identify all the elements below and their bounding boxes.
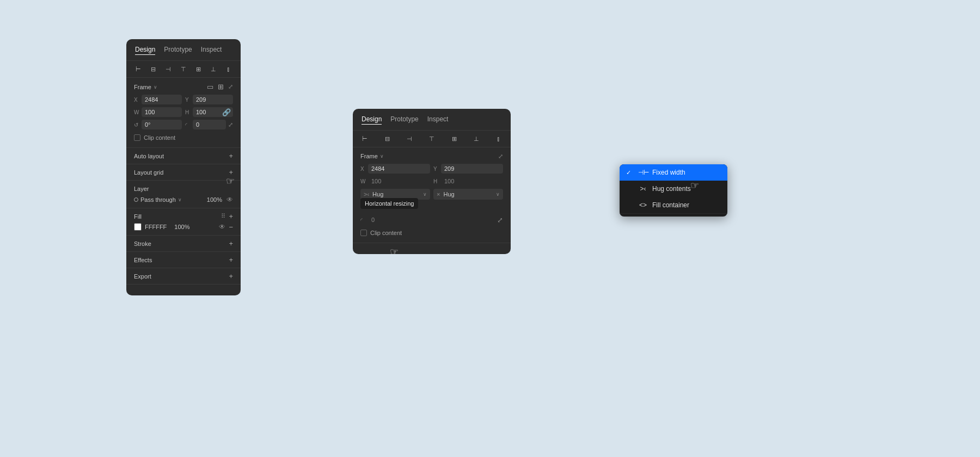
hug-v-icon: ×	[437, 191, 440, 197]
tab-prototype-center[interactable]: Prototype	[390, 115, 418, 125]
rotation-row-center: ↺ ◜	[360, 202, 503, 212]
align-right-icon-c[interactable]: ⊣	[405, 135, 414, 143]
layout-grid-section-left: Layout grid +	[126, 164, 241, 181]
hug-v-chevron: ∨	[496, 192, 500, 197]
hug-h-select[interactable]: >‹ Hug ∨	[360, 189, 430, 200]
center-panel-tabs: Design Prototype Inspect	[353, 109, 511, 131]
fill-grid-icon[interactable]: ⠿	[221, 213, 225, 220]
h-label-left: H	[185, 109, 191, 115]
rotation-row-left: ↺ ◜ ⤢	[134, 120, 233, 129]
corner-input-center[interactable]	[368, 215, 430, 225]
hug-contents-icon: >‹	[638, 185, 648, 193]
dropdown-item-fill-container[interactable]: <> Fill container	[620, 197, 727, 213]
fill-add-icon[interactable]: +	[229, 213, 233, 220]
layer-opacity-left[interactable]: 100%	[207, 196, 222, 203]
hug-h-text: Hug	[372, 191, 421, 197]
layer-title-left: Layer	[134, 186, 149, 192]
corner-resize-c[interactable]: ⤢	[497, 216, 503, 224]
frame-device-icon[interactable]: ▭	[207, 83, 213, 90]
fill-pct-left[interactable]: 100%	[174, 224, 189, 230]
w-input-center[interactable]	[368, 176, 430, 186]
align-bottom-icon-c[interactable]: ⊥	[472, 135, 481, 143]
fill-container-label: Fill container	[652, 201, 721, 209]
rotation-area-center: ↺ ◜ Horizontal resizing ◜ ⤢	[360, 202, 503, 225]
frame-layout-icon[interactable]: ⊞	[218, 83, 224, 90]
x-input-center[interactable]	[368, 164, 430, 174]
frame-chevron-center[interactable]: ∨	[380, 153, 384, 159]
align-center-h-icon-c[interactable]: ⊟	[383, 135, 391, 143]
layer-dot-left	[134, 197, 138, 202]
frame-title-left: Frame ∨	[134, 84, 157, 90]
tab-inspect-center[interactable]: Inspect	[427, 115, 449, 125]
layout-grid-add-icon[interactable]: +	[229, 169, 233, 176]
h-input-center[interactable]	[441, 176, 503, 186]
distribute-icon-c[interactable]: ⫿	[494, 135, 503, 143]
hug-v-select[interactable]: × Hug ∨	[433, 189, 503, 200]
stroke-label-left: Stroke	[134, 240, 151, 247]
align-bottom-icon[interactable]: ⊥	[209, 65, 218, 73]
frame-label-center: Frame	[360, 153, 378, 159]
w-label-center: W	[360, 178, 366, 184]
align-center-v-icon-c[interactable]: ⊞	[450, 135, 458, 143]
fill-eye-icon[interactable]: 👁	[219, 223, 225, 231]
corner-input-left[interactable]	[193, 120, 226, 129]
frame-title-center: Frame ∨	[360, 153, 384, 159]
x-input-left[interactable]	[142, 95, 182, 104]
fill-swatch-left[interactable]	[134, 223, 142, 231]
dropdown-item-fixed-width[interactable]: ✓ ⊣⊢ Fixed width	[620, 164, 727, 181]
align-left-icon-c[interactable]: ⊢	[360, 135, 369, 143]
auto-layout-label-left: Auto layout	[134, 153, 164, 159]
clip-checkbox-left[interactable]	[134, 134, 140, 141]
frame-chevron-left[interactable]: ∨	[154, 84, 157, 90]
clip-label-center: Clip content	[370, 230, 402, 236]
align-top-icon[interactable]: ⊤	[179, 65, 188, 73]
layer-mode-left[interactable]: Pass through	[140, 196, 176, 203]
effects-section-left: Effects +	[126, 252, 241, 268]
rotation-label-left: ↺	[134, 122, 139, 128]
w-input-left[interactable]	[142, 107, 182, 117]
tab-inspect-left[interactable]: Inspect	[201, 46, 222, 55]
frame-resize-icon[interactable]: ⤢	[228, 84, 233, 90]
wh-row-center: W H	[360, 176, 503, 186]
w-label-left: W	[134, 109, 139, 115]
xy-row-left: X Y	[134, 95, 233, 104]
align-left-icon[interactable]: ⊢	[134, 65, 143, 73]
frame-resize-icon-c[interactable]: ⤢	[498, 153, 503, 159]
y-label-center: Y	[433, 166, 439, 172]
fill-title-left: Fill	[134, 213, 142, 220]
y-input-center[interactable]	[441, 164, 503, 174]
distribute-icon[interactable]: ⫿	[224, 65, 233, 73]
link-icon-left[interactable]: 🔗	[222, 108, 231, 116]
tab-design-left[interactable]: Design	[135, 46, 155, 55]
auto-layout-section-left: Auto layout +	[126, 148, 241, 164]
fixed-width-label: Fixed width	[652, 169, 721, 176]
fill-remove-icon[interactable]: −	[229, 224, 233, 231]
auto-layout-add-icon[interactable]: +	[229, 152, 233, 159]
export-add-icon[interactable]: +	[229, 273, 233, 280]
effects-add-icon[interactable]: +	[229, 256, 233, 263]
x-label-center: X	[360, 166, 366, 172]
hug-contents-label: Hug contents	[652, 185, 721, 193]
layer-eye-icon[interactable]: 👁	[226, 196, 233, 203]
h-label-center: H	[433, 178, 439, 184]
dropdown-item-hug-contents[interactable]: >‹ Hug contents	[620, 181, 727, 197]
align-center-h-icon[interactable]: ⊟	[149, 65, 158, 73]
align-right-icon[interactable]: ⊣	[164, 65, 173, 73]
clip-checkbox-center[interactable]	[360, 230, 367, 236]
tab-prototype-left[interactable]: Prototype	[164, 46, 192, 55]
layer-mode-chevron[interactable]: ∨	[178, 197, 182, 202]
rotation-input-left[interactable]	[142, 120, 182, 129]
left-design-panel: Design Prototype Inspect ⊢ ⊟ ⊣ ⊤ ⊞ ⊥ ⫿ F…	[126, 39, 241, 295]
stroke-add-icon[interactable]: +	[229, 240, 233, 247]
y-input-left[interactable]	[193, 95, 233, 104]
export-label-left: Export	[134, 273, 151, 280]
corner-resize-icon[interactable]: ⤢	[228, 121, 233, 128]
center-design-panel: Design Prototype Inspect ⊢ ⊟ ⊣ ⊤ ⊞ ⊥ ⫿ F…	[353, 109, 511, 254]
align-center-v-icon[interactable]: ⊞	[194, 65, 203, 73]
frame-icons-left: ▭ ⊞ ⤢	[207, 83, 233, 90]
resize-dropdown-menu: ✓ ⊣⊢ Fixed width >‹ Hug contents <> Fill…	[620, 164, 727, 217]
fill-hex-left[interactable]: FFFFFF	[145, 224, 167, 230]
tab-design-center[interactable]: Design	[362, 115, 382, 125]
stroke-section-left: Stroke +	[126, 236, 241, 252]
align-top-icon-c[interactable]: ⊤	[427, 135, 436, 143]
